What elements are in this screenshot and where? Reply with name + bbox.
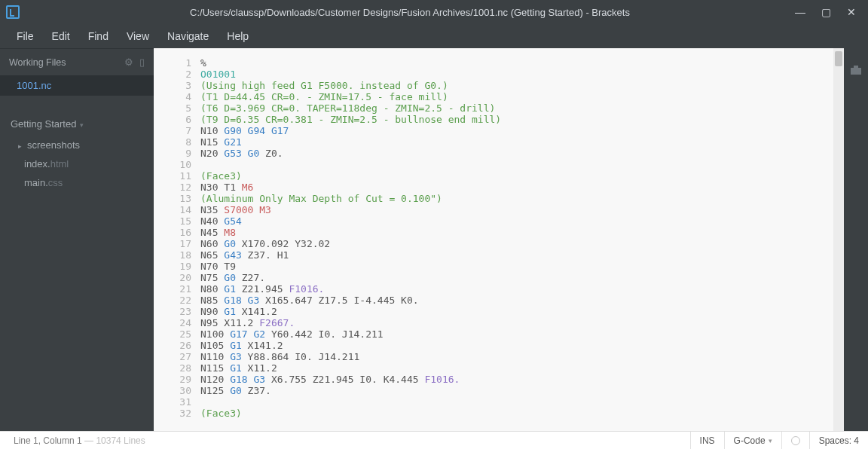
code-line[interactable]: N80 G1 Z21.945 F1016. (200, 283, 844, 295)
chevron-down-icon: ▾ (769, 437, 772, 444)
code-line[interactable]: N70 T9 (200, 261, 844, 272)
menu-view[interactable]: View (119, 27, 157, 45)
sidebar: Working Files ⚙ ▯ 1001.nc Getting Starte… (0, 48, 154, 431)
code-line[interactable]: (T9 D=6.35 CR=0.381 - ZMIN=2.5 - bullnos… (200, 114, 844, 125)
code-line[interactable] (200, 396, 844, 408)
code-line[interactable]: N35 S7000 M3 (200, 204, 844, 215)
code-line[interactable]: (T6 D=3.969 CR=0. TAPER=118deg - ZMIN=2.… (200, 102, 844, 114)
menubar: File Edit Find View Navigate Help (0, 24, 868, 48)
status-insert-mode[interactable]: INS (690, 432, 724, 449)
close-button[interactable]: ✕ (845, 6, 857, 18)
code-line[interactable]: N110 G3 Y88.864 I0. J14.211 (200, 351, 844, 362)
line-number: 23 (154, 306, 191, 317)
line-number: 29 (154, 374, 191, 385)
working-file-name: 1001.nc (17, 80, 51, 91)
code-line[interactable]: N95 X11.2 F2667. (200, 317, 844, 328)
line-number: 7 (154, 125, 191, 136)
code-line[interactable]: (Aluminum Only Max Depth of Cut = 0.100"… (200, 193, 844, 204)
code-line[interactable]: (Using high feed G1 F5000. instead of G0… (200, 80, 844, 91)
code-line[interactable] (200, 159, 844, 170)
tree-file-index-html[interactable]: index.html (0, 154, 154, 173)
code-line[interactable]: N30 T1 M6 (200, 182, 844, 193)
status-language[interactable]: G-Code▾ (724, 432, 781, 449)
circle-icon (791, 436, 800, 445)
line-number: 4 (154, 91, 191, 102)
menu-edit[interactable]: Edit (44, 27, 78, 45)
scrollbar-thumb[interactable] (835, 51, 842, 66)
statusbar: Line 1, Column 1 — 10374 Lines INS G-Cod… (0, 431, 868, 449)
line-number: 16 (154, 227, 191, 238)
project-name: Getting Started (11, 118, 76, 130)
split-view-icon[interactable]: ▯ (139, 57, 145, 68)
line-number: 21 (154, 283, 191, 295)
code-line[interactable]: % (200, 57, 844, 69)
code-line[interactable]: (Face3) (200, 170, 844, 182)
code-line[interactable]: N90 G1 X141.2 (200, 306, 844, 317)
line-number: 22 (154, 295, 191, 306)
window-title: C:/Users/claussp/Downloads/Customer Desi… (26, 7, 794, 18)
main: Working Files ⚙ ▯ 1001.nc Getting Starte… (0, 48, 868, 431)
line-number: 26 (154, 340, 191, 351)
code-line[interactable]: N60 G0 X170.092 Y32.02 (200, 238, 844, 249)
line-number: 19 (154, 261, 191, 272)
code-line[interactable]: N120 G18 G3 X6.755 Z21.945 I0. K4.445 F1… (200, 374, 844, 385)
code-line[interactable]: N115 G1 X11.2 (200, 362, 844, 374)
status-cursor[interactable]: Line 1, Column 1 — 10374 Lines (0, 435, 145, 446)
code-line[interactable]: N125 G0 Z37. (200, 385, 844, 396)
code-line[interactable]: N40 G54 (200, 215, 844, 227)
line-number: 11 (154, 170, 191, 182)
code-line[interactable]: N20 G53 G0 Z0. (200, 148, 844, 159)
line-number: 5 (154, 102, 191, 114)
app-icon (6, 5, 20, 19)
code-line[interactable]: N75 G0 Z27. (200, 272, 844, 283)
line-number: 8 (154, 136, 191, 148)
titlebar: C:/Users/claussp/Downloads/Customer Desi… (0, 0, 868, 24)
line-number: 31 (154, 396, 191, 408)
code-line[interactable]: O01001 (200, 69, 844, 80)
menu-navigate[interactable]: Navigate (160, 27, 216, 45)
tree-file-main-css[interactable]: main.css (0, 173, 154, 192)
code-line[interactable]: N105 G1 X141.2 (200, 340, 844, 351)
gear-icon[interactable]: ⚙ (124, 57, 133, 68)
line-number: 32 (154, 408, 191, 419)
menu-file[interactable]: File (9, 27, 41, 45)
code-line[interactable]: (Face3) (200, 408, 844, 419)
status-lint[interactable] (781, 432, 809, 449)
line-number: 1 (154, 57, 191, 69)
editor[interactable]: 1234567891011121314151617181920212223242… (154, 48, 844, 431)
menu-find[interactable]: Find (81, 27, 116, 45)
code-line[interactable]: N10 G90 G94 G17 (200, 125, 844, 136)
line-number: 27 (154, 351, 191, 362)
line-number: 12 (154, 182, 191, 193)
code-line[interactable]: N85 G18 G3 X165.647 Z17.5 I-4.445 K0. (200, 295, 844, 306)
code-line[interactable]: N65 G43 Z37. H1 (200, 249, 844, 261)
line-number: 9 (154, 148, 191, 159)
code-line[interactable]: (T1 D=44.45 CR=0. - ZMIN=17.5 - face mil… (200, 91, 844, 102)
line-number: 24 (154, 317, 191, 328)
extension-manager-icon[interactable] (850, 65, 862, 78)
menu-help[interactable]: Help (219, 27, 256, 45)
line-number: 20 (154, 272, 191, 283)
code-line[interactable]: N100 G17 G2 Y60.442 I0. J14.211 (200, 328, 844, 340)
working-files-label: Working Files (9, 57, 66, 68)
code-area[interactable]: %O01001(Using high feed G1 F5000. instea… (197, 48, 844, 431)
line-number: 15 (154, 215, 191, 227)
vertical-scrollbar[interactable] (833, 48, 844, 431)
project-header[interactable]: Getting Started ▾ (0, 112, 154, 136)
minimize-button[interactable]: — (794, 6, 806, 18)
line-number: 17 (154, 238, 191, 249)
line-number: 18 (154, 249, 191, 261)
maximize-button[interactable]: ▢ (820, 6, 832, 18)
working-file-1001-nc[interactable]: 1001.nc (0, 75, 154, 96)
working-files-header: Working Files ⚙ ▯ (0, 48, 154, 75)
tree-folder-screenshots[interactable]: ▸screenshots (0, 136, 154, 154)
code-line[interactable]: N15 G21 (200, 136, 844, 148)
code-line[interactable]: N45 M8 (200, 227, 844, 238)
line-number: 13 (154, 193, 191, 204)
chevron-right-icon: ▸ (18, 142, 26, 150)
line-number: 28 (154, 362, 191, 374)
line-number: 2 (154, 69, 191, 80)
line-number: 30 (154, 385, 191, 396)
line-number: 6 (154, 114, 191, 125)
status-spaces[interactable]: Spaces: 4 (809, 432, 868, 449)
